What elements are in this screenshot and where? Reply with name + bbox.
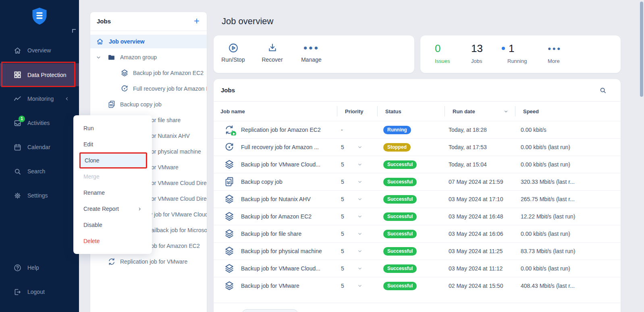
priority-dropdown-chevron-icon[interactable] [357, 144, 363, 150]
sidebar-collapse-handle-icon[interactable] [72, 29, 76, 33]
stat-running[interactable]: 1 Running [502, 42, 527, 64]
sidebar-item-label: Monitoring [27, 96, 54, 102]
table-row[interactable]: Replication job for Amazon EC2 - Running… [214, 121, 621, 138]
manage-button[interactable]: ●●● Manage [292, 42, 331, 73]
context-menu-item-create-report[interactable]: Create Report [73, 201, 152, 217]
recover-label: Recover [262, 56, 283, 63]
chevron-left-icon[interactable] [64, 96, 70, 102]
sidebar-item-data-protection[interactable]: Data Protection [0, 63, 79, 86]
backup-copy-job-icon [224, 176, 235, 187]
issues-label: Issues [435, 58, 450, 64]
tree-item-backup-amazon-ec2[interactable]: Backup job for Amazon EC2 [90, 66, 207, 80]
stats-more-button[interactable]: ●●● More [548, 42, 561, 64]
priority-dropdown-chevron-icon[interactable] [357, 248, 363, 254]
job-name-link[interactable]: Backup job for VMware [241, 283, 299, 289]
context-menu-item-rename[interactable]: Rename [73, 185, 152, 201]
sidebar-item-label: Settings [27, 192, 48, 199]
add-job-button[interactable]: + [194, 15, 199, 27]
tree-item-replication-vmware[interactable]: Replication job for VMware [90, 255, 207, 268]
status-badge: Successful [383, 264, 417, 273]
sidebar-item-logout[interactable]: Logout [0, 284, 79, 300]
column-header-job-name[interactable]: Job name [214, 102, 337, 121]
job-name-link[interactable]: Backup job for file share [241, 231, 301, 237]
speed-value: 320.33 Mbit/s (last r... [515, 179, 621, 185]
speed-value: 12.22 Mbit/s (last run) [515, 213, 621, 220]
ellipsis-icon: ●●● [303, 42, 320, 54]
job-name-link[interactable]: Backup job for physical machine [241, 248, 322, 254]
sidebar-item-overview[interactable]: Overview [0, 42, 79, 58]
home-icon [96, 37, 104, 46]
sidebar-item-settings[interactable]: Settings [0, 187, 79, 204]
context-menu-item-edit[interactable]: Edit [73, 136, 152, 152]
speed-value: 0.00 kbit/s [515, 127, 621, 133]
backup-job-icon [224, 245, 235, 257]
column-header-status[interactable]: Status [377, 102, 445, 121]
priority-dropdown-chevron-icon[interactable] [357, 162, 363, 167]
column-header-speed[interactable]: Speed [515, 102, 621, 121]
run-stop-button[interactable]: Run/Stop [214, 42, 253, 73]
table-row[interactable]: Backup job for file share 5 Successful 0… [214, 225, 621, 242]
more-label: More [548, 58, 561, 64]
table-row[interactable]: Backup job for VMware Cloud... 5 Success… [214, 156, 621, 173]
job-name-link[interactable]: Full recovery job for Amazon ... [241, 144, 319, 150]
running-label: Running [507, 58, 527, 64]
table-row[interactable]: Backup job for physical machine 5 Succes… [214, 242, 621, 260]
table-row[interactable]: Full recovery job for Amazon ... 5 Stopp… [214, 138, 621, 156]
priority-dropdown-chevron-icon[interactable] [357, 196, 363, 202]
job-name-link[interactable]: Backup job for VMware Cloud... [241, 265, 320, 272]
tree-item-backup-copy-job[interactable]: Backup copy job [90, 98, 207, 111]
scrollbar-thumb[interactable] [640, 2, 643, 97]
running-play-badge-icon [231, 131, 237, 135]
tree-item-job-overview[interactable]: Job overview [90, 35, 207, 48]
priority-dropdown-chevron-icon[interactable] [357, 283, 363, 289]
priority-dropdown-chevron-icon[interactable] [357, 231, 363, 237]
priority-dropdown-chevron-icon[interactable] [357, 266, 363, 271]
ellipsis-icon: ●●● [548, 42, 561, 55]
status-badge: Stopped [383, 143, 411, 152]
monitoring-chart-icon [13, 95, 22, 103]
job-context-menu: Run Edit Clone Merge Rename Create Repor… [73, 115, 152, 254]
stat-issues[interactable]: 0 Issues [435, 42, 450, 64]
context-menu-item-disable[interactable]: Disable [73, 217, 152, 233]
status-badge: Successful [383, 160, 417, 169]
pagination-control[interactable] [242, 309, 298, 312]
backup-job-icon [224, 263, 235, 274]
job-name-link[interactable]: Backup job for Nutanix AHV [241, 196, 311, 202]
tree-item-amazon-group[interactable]: Amazon group [90, 50, 207, 64]
job-name-link[interactable]: Backup copy job [241, 179, 283, 185]
table-row[interactable]: Backup job for VMware 5 Successful 02 Ma… [214, 277, 621, 294]
sidebar-item-help[interactable]: Help [0, 260, 79, 276]
sidebar-item-monitoring[interactable]: Monitoring [0, 91, 79, 107]
app-window: Overview Data Protection Monitoring 1 Ac… [0, 0, 644, 312]
sidebar: Overview Data Protection Monitoring 1 Ac… [0, 0, 79, 312]
sidebar-item-search[interactable]: Search [0, 163, 79, 179]
tree-item-full-recovery-amazon[interactable]: Full recovery job for Amazon EC2 [90, 82, 207, 96]
search-icon[interactable] [599, 86, 607, 94]
backup-copy-job-icon [107, 100, 116, 109]
table-row[interactable]: Backup job for Amazon EC2 5 Successful 0… [214, 208, 621, 225]
table-row[interactable]: Backup job for Nutanix AHV 5 Successful … [214, 190, 621, 208]
priority-dropdown-chevron-icon[interactable] [357, 214, 363, 219]
context-menu-item-run[interactable]: Run [73, 120, 152, 136]
table-row[interactable]: Backup copy job 5 Successful 07 May 2024… [214, 173, 621, 190]
table-row[interactable]: Backup job for VMware Cloud... 5 Success… [214, 260, 621, 277]
column-header-priority[interactable]: Priority [337, 102, 377, 121]
sidebar-item-label: Activities [27, 120, 50, 126]
jobs-table-column-headers: Job name Priority Status Run date Speed [214, 102, 621, 121]
issues-value: 0 [435, 42, 450, 55]
recover-button[interactable]: Recover [253, 42, 292, 73]
column-header-run-date[interactable]: Run date [445, 102, 515, 121]
priority-dropdown-chevron-icon[interactable] [357, 179, 363, 185]
context-menu-item-delete[interactable]: Delete [73, 233, 152, 249]
job-name-link[interactable]: Backup job for Amazon EC2 [241, 213, 312, 220]
stat-jobs[interactable]: 13 Jobs [471, 42, 483, 64]
context-menu-item-clone[interactable]: Clone [79, 152, 147, 168]
backup-job-icon [224, 228, 235, 239]
run-date-value: 07 May 2024 at 21:59 [445, 179, 515, 185]
sidebar-item-calendar[interactable]: Calendar [0, 139, 79, 155]
job-name-link[interactable]: Replication job for Amazon EC2 [241, 127, 321, 133]
chevron-down-icon[interactable] [96, 54, 102, 60]
job-name-link[interactable]: Backup job for VMware Cloud... [241, 161, 320, 168]
sort-chevron-down-icon[interactable] [503, 109, 509, 114]
sidebar-item-activities[interactable]: 1 Activities [0, 115, 79, 131]
